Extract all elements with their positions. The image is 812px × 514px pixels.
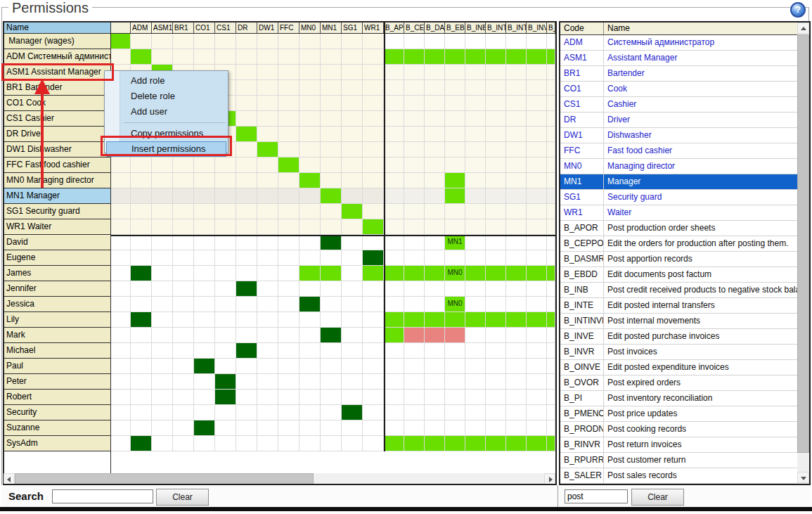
permission-cell[interactable]	[527, 49, 547, 65]
permission-cell[interactable]	[547, 219, 555, 235]
permission-cell[interactable]	[342, 127, 363, 142]
permission-cell[interactable]	[527, 173, 547, 188]
column-header-ADM[interactable]: ADM	[131, 22, 152, 34]
permission-cell[interactable]	[404, 158, 425, 173]
permission-cell[interactable]	[299, 96, 321, 111]
permission-cell[interactable]	[215, 219, 236, 235]
permission-cell[interactable]	[384, 111, 404, 127]
permission-cell[interactable]	[425, 111, 445, 127]
permission-cell[interactable]	[215, 390, 236, 405]
permission-cell[interactable]	[173, 235, 194, 250]
permission-cell[interactable]	[236, 80, 257, 96]
permission-cell[interactable]	[111, 49, 131, 65]
permission-cell[interactable]	[131, 188, 152, 204]
permission-cell[interactable]	[486, 266, 506, 281]
permission-cell[interactable]	[111, 374, 131, 390]
permission-cell[interactable]	[257, 173, 278, 188]
column-header-BR1[interactable]: BR1	[173, 22, 194, 34]
permission-cell[interactable]	[257, 343, 278, 359]
permission-cell[interactable]	[404, 420, 425, 436]
permission-cell[interactable]	[465, 173, 486, 188]
permission-cell[interactable]	[299, 281, 321, 297]
permission-cell[interactable]	[425, 219, 445, 235]
permission-cell[interactable]	[321, 312, 342, 328]
permission-list-row-adm[interactable]: ADMСистемный администратор	[560, 35, 809, 51]
permission-cell[interactable]	[152, 328, 173, 343]
permission-cell[interactable]	[363, 127, 384, 142]
permission-cell[interactable]	[547, 328, 555, 343]
permission-list-row-dw1[interactable]: DW1Dishwasher	[560, 128, 809, 143]
permission-cell[interactable]	[215, 374, 236, 390]
permission-cell[interactable]	[384, 235, 404, 250]
permission-cell[interactable]	[384, 188, 404, 204]
permission-cell[interactable]	[342, 111, 363, 127]
permission-cell[interactable]	[425, 65, 445, 80]
permission-cell[interactable]	[465, 281, 486, 297]
permission-cell[interactable]	[152, 250, 173, 266]
column-header-B_INB[interactable]: B_INB	[465, 22, 486, 34]
permission-cell[interactable]	[257, 111, 278, 127]
permission-cell[interactable]	[404, 235, 425, 250]
permission-cell[interactable]	[425, 297, 445, 312]
permission-cell[interactable]	[111, 390, 131, 405]
permission-cell[interactable]	[425, 343, 445, 359]
permission-list-row-b_intinvr[interactable]: B_INTINVRPost internal movements	[560, 314, 809, 329]
permission-cell[interactable]	[465, 420, 486, 436]
permission-cell[interactable]	[278, 49, 299, 65]
permission-cell[interactable]	[486, 281, 506, 297]
row-label-sg1[interactable]: SG1 Security guard	[4, 204, 111, 219]
permission-cell[interactable]	[445, 405, 465, 420]
permission-cell[interactable]	[547, 96, 555, 111]
permission-cell[interactable]	[425, 49, 445, 65]
permission-cell[interactable]	[486, 173, 506, 188]
permission-cell[interactable]	[384, 359, 404, 374]
code-column-header[interactable]: Code	[560, 23, 604, 34]
permission-cell[interactable]	[194, 374, 215, 390]
permission-cell[interactable]	[278, 80, 299, 96]
permission-cell[interactable]	[486, 374, 506, 390]
permission-cell[interactable]	[363, 80, 384, 96]
permission-cell[interactable]	[363, 142, 384, 158]
permission-cell[interactable]	[278, 34, 299, 49]
permission-cell[interactable]	[547, 173, 555, 188]
permission-cell[interactable]	[527, 34, 547, 49]
permission-cell[interactable]	[425, 405, 445, 420]
permission-cell[interactable]	[486, 49, 506, 65]
permission-cell[interactable]	[236, 111, 257, 127]
permission-cell[interactable]	[321, 219, 342, 235]
permission-cell[interactable]	[506, 142, 527, 158]
permission-cell[interactable]	[404, 49, 425, 65]
permission-cell[interactable]	[173, 436, 194, 451]
permission-cell[interactable]	[152, 158, 173, 173]
permission-list-row-mn1[interactable]: MN1Manager	[560, 174, 809, 190]
permission-cell[interactable]	[236, 312, 257, 328]
permission-cell[interactable]	[342, 235, 363, 250]
permission-cell[interactable]	[342, 34, 363, 49]
permission-cell[interactable]	[257, 235, 278, 250]
search-input[interactable]	[52, 489, 153, 503]
permission-cell[interactable]	[506, 127, 527, 142]
permission-list-row-b_rpurr[interactable]: B_RPURRPost customer return	[560, 453, 809, 468]
permission-cell[interactable]	[321, 359, 342, 374]
permission-cell[interactable]	[173, 250, 194, 266]
horizontal-scrollbar[interactable]	[4, 473, 555, 484]
permission-cell[interactable]	[342, 390, 363, 405]
permission-cell[interactable]	[465, 405, 486, 420]
row-label-james[interactable]: James	[4, 266, 111, 281]
permission-cell[interactable]	[236, 142, 257, 158]
permission-cell[interactable]	[131, 266, 152, 281]
permission-cell[interactable]	[321, 281, 342, 297]
permission-list-row-ffc[interactable]: FFCFast food cashier	[560, 143, 809, 159]
permission-cell[interactable]	[299, 235, 321, 250]
permission-cell[interactable]	[299, 204, 321, 219]
permission-cell[interactable]	[321, 204, 342, 219]
permission-cell[interactable]	[215, 49, 236, 65]
permission-cell[interactable]	[384, 158, 404, 173]
permission-cell[interactable]	[486, 405, 506, 420]
permission-cell[interactable]	[152, 374, 173, 390]
permission-cell[interactable]	[257, 312, 278, 328]
permission-cell[interactable]	[257, 219, 278, 235]
permission-cell[interactable]	[173, 34, 194, 49]
permission-cell[interactable]	[173, 297, 194, 312]
permission-cell[interactable]	[404, 250, 425, 266]
